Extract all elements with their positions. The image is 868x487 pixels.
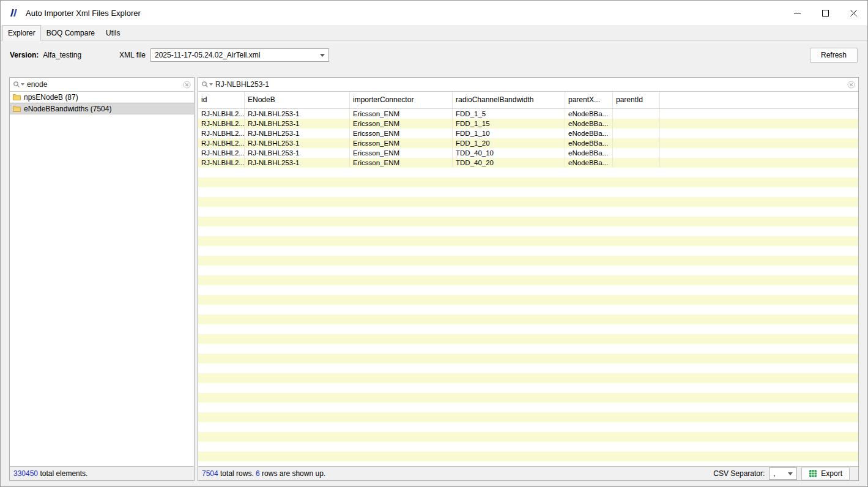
minimize-icon: [794, 10, 801, 17]
clear-search-icon[interactable]: [183, 81, 191, 89]
rows-total-count: 7504: [202, 469, 218, 478]
table-cell: [613, 109, 660, 119]
table-cell: RJ-NLBHL2...: [198, 119, 245, 128]
table-cell: RJ-NLBHL253-1: [245, 119, 350, 128]
table-cell: Ericsson_ENM: [350, 158, 453, 168]
table-cell: eNodeBBa...: [565, 138, 613, 148]
table-header: idENodeBimporterConnectorradioChannelBan…: [198, 92, 858, 109]
table-cell: Ericsson_ENM: [350, 109, 453, 119]
xml-file-label: XML file: [119, 51, 146, 59]
table-cell: Ericsson_ENM: [350, 138, 453, 148]
tree-item-npsenodeb[interactable]: npsENodeB (87): [10, 92, 194, 103]
tree-status-bar: 330450 total elements.: [10, 466, 194, 480]
total-elements-count: 330450: [13, 469, 38, 478]
table-cell: [613, 148, 660, 158]
xml-file-select[interactable]: 2025-11-17-05.24.02_AirTell.xml: [150, 48, 329, 62]
table-cell: RJ-NLBHL2...: [198, 128, 245, 138]
column-header[interactable]: radioChannelBandwidth: [453, 92, 565, 108]
table-row[interactable]: RJ-NLBHL2...RJ-NLBHL253-1Ericsson_ENMTDD…: [198, 158, 858, 168]
close-icon: [850, 10, 857, 17]
table-cell: RJ-NLBHL253-1: [245, 109, 350, 119]
table-cell: FDD_1_15: [453, 119, 565, 128]
table-cell: Ericsson_ENM: [350, 119, 453, 128]
maximize-icon: [822, 10, 829, 17]
table-cell: TDD_40_20: [453, 158, 565, 168]
table-row[interactable]: RJ-NLBHL2...RJ-NLBHL253-1Ericsson_ENMFDD…: [198, 119, 858, 128]
table-cell: [660, 128, 858, 138]
tab-explorer[interactable]: Explorer: [2, 25, 41, 41]
version-value: Alfa_testing: [43, 51, 81, 59]
table-filler: [198, 168, 858, 466]
table-cell: RJ-NLBHL253-1: [245, 138, 350, 148]
maximize-button[interactable]: [811, 1, 839, 25]
folder-icon: [13, 105, 21, 112]
window-controls: [783, 1, 867, 25]
column-header[interactable]: ENodeB: [245, 92, 350, 108]
spreadsheet-icon: [809, 469, 817, 478]
table-search-value: RJ-NLBHL253-1: [215, 80, 845, 89]
table-cell: [660, 109, 858, 119]
tree-panel: enode npsENodeB (87) eNodeBBandwidths (7…: [9, 77, 195, 481]
tree-item-label: npsENodeB (87): [24, 93, 78, 102]
tree-item-enodebbandwidths[interactable]: eNodeBBandwidths (7504): [10, 103, 194, 114]
results-table: idENodeBimporterConnectorradioChannelBan…: [198, 92, 858, 466]
table-cell: eNodeBBa...: [565, 109, 613, 119]
table-cell: FDD_1_5: [453, 109, 565, 119]
csv-separator-label: CSV Separator:: [713, 469, 765, 478]
version-label: Version:: [10, 51, 39, 59]
table-cell: RJ-NLBHL2...: [198, 138, 245, 148]
table-cell: RJ-NLBHL2...: [198, 109, 245, 119]
column-header[interactable]: parentId: [613, 92, 660, 108]
table-cell: FDD_1_10: [453, 128, 565, 138]
tab-boq-compare[interactable]: BOQ Compare: [41, 25, 100, 41]
close-button[interactable]: [839, 1, 867, 25]
tab-utils[interactable]: Utils: [100, 25, 125, 41]
table-cell: eNodeBBa...: [565, 119, 613, 128]
table-row[interactable]: RJ-NLBHL2...RJ-NLBHL253-1Ericsson_ENMFDD…: [198, 128, 858, 138]
app-icon: [9, 7, 20, 18]
export-controls: CSV Separator: , Export: [713, 467, 855, 480]
search-icon: [201, 81, 213, 88]
column-header[interactable]: importerConnector: [350, 92, 453, 108]
table-cell: RJ-NLBHL253-1: [245, 148, 350, 158]
table-cell: Ericsson_ENM: [350, 148, 453, 158]
search-icon: [13, 81, 24, 88]
tree: npsENodeB (87) eNodeBBandwidths (7504): [10, 92, 194, 466]
csv-separator-select[interactable]: ,: [769, 467, 797, 480]
rows-shown-count: 6: [256, 469, 260, 478]
window-title: Auto Importer Xml Files Explorer: [26, 9, 141, 18]
table-cell: [660, 119, 858, 128]
table-cell: RJ-NLBHL2...: [198, 158, 245, 168]
folder-icon: [13, 94, 21, 100]
table-row[interactable]: RJ-NLBHL2...RJ-NLBHL253-1Ericsson_ENMFDD…: [198, 109, 858, 119]
chevron-down-icon: [209, 83, 213, 86]
table-cell: eNodeBBa...: [565, 128, 613, 138]
tab-bar: Explorer BOQ Compare Utils: [1, 25, 867, 41]
table-cell: [660, 148, 858, 158]
chevron-down-icon: [788, 472, 793, 475]
table-cell: [660, 158, 858, 168]
table-row[interactable]: RJ-NLBHL2...RJ-NLBHL253-1Ericsson_ENMFDD…: [198, 138, 858, 148]
table-search-input[interactable]: RJ-NLBHL253-1: [198, 78, 858, 92]
tree-search-value: enode: [27, 80, 180, 89]
table-cell: [613, 119, 660, 128]
export-button[interactable]: Export: [801, 467, 850, 480]
xml-file-value: 2025-11-17-05.24.02_AirTell.xml: [155, 51, 317, 59]
app-window: Auto Importer Xml Files Explorer Explore…: [0, 0, 868, 487]
chevron-down-icon: [21, 83, 24, 86]
table-cell: RJ-NLBHL253-1: [245, 128, 350, 138]
column-header[interactable]: [660, 92, 858, 108]
minimize-button[interactable]: [783, 1, 811, 25]
total-elements-text: total elements.: [38, 469, 87, 478]
export-button-label: Export: [821, 469, 842, 478]
chevron-down-icon: [320, 54, 325, 57]
column-header[interactable]: parentX...: [565, 92, 613, 108]
titlebar: Auto Importer Xml Files Explorer: [1, 1, 867, 25]
clear-search-icon[interactable]: [847, 81, 855, 89]
tree-search-input[interactable]: enode: [10, 78, 194, 92]
refresh-button[interactable]: Refresh: [810, 48, 858, 63]
table-cell: RJ-NLBHL2...: [198, 148, 245, 158]
table-row[interactable]: RJ-NLBHL2...RJ-NLBHL253-1Ericsson_ENMTDD…: [198, 148, 858, 158]
rows-shown-text: rows are shown up.: [260, 469, 325, 478]
column-header[interactable]: id: [198, 92, 245, 108]
